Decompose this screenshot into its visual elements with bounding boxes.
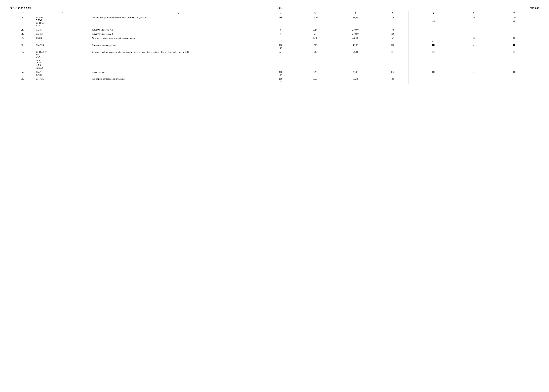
row-col7: 3I3 <box>377 50 408 70</box>
col-header-7: 7 <box>377 11 408 16</box>
row-col5: 5,80 <box>296 50 334 70</box>
header-center: - 43 - <box>277 7 283 10</box>
row-desc: Установка закладных деталей весом до 4 к… <box>91 36 265 43</box>
row-number: 35. <box>10 77 35 84</box>
row-unit: 100кг <box>265 43 296 50</box>
row-col10 <box>489 28 539 32</box>
equal-sign <box>410 71 457 73</box>
row-col6: 57,I0 <box>334 77 377 84</box>
equal-sign <box>490 51 538 53</box>
row-col6: 54,04 <box>334 50 377 70</box>
row-col10 <box>489 43 539 50</box>
row-code: СI47-25 <box>35 77 91 84</box>
col-header-2: 2 <box>35 11 91 16</box>
row-number: 32. <box>10 43 35 50</box>
row-col8: -I6 <box>408 36 458 43</box>
row-number: 33. <box>10 50 35 70</box>
main-table: · I 2 3 4 5 6 7 8 9 IO 28.Е5-5075.76-2СС… <box>10 11 539 84</box>
col-header-6: 6 <box>334 11 377 16</box>
equal-sign <box>410 28 457 31</box>
row-col5: I,II <box>296 32 334 36</box>
row-col6: 270,00 <box>334 28 377 32</box>
row-col8: -151 <box>408 16 458 28</box>
row-desc: Соединительные детали <box>91 43 265 50</box>
row-col6: 25,98 <box>334 70 377 77</box>
equal-sign <box>490 78 538 80</box>
row-code: СI24-I <box>35 28 91 32</box>
row-col8 <box>408 77 458 84</box>
row-number: 31. <box>10 36 35 43</box>
row-number: 28. <box>10 16 35 28</box>
row-col10 <box>489 32 539 36</box>
row-col5: 0,27 <box>296 28 334 32</box>
row-col10 <box>489 77 539 84</box>
row-col5: 22,20 <box>296 16 334 28</box>
row-col5: I7,I6 <box>296 43 334 50</box>
row-code: СI47-24 <box>35 43 91 50</box>
row-number: 29. <box>10 28 35 32</box>
col-header-8: 8 <box>408 11 458 16</box>
equal-sign <box>490 37 538 39</box>
col-header-9: 9 <box>458 11 489 16</box>
row-col7: 916 <box>377 16 408 28</box>
row-col8 <box>408 43 458 50</box>
row-unit: 100кг <box>265 77 296 84</box>
row-col6: 40,80 <box>334 43 377 50</box>
col-header-1: · I <box>10 11 35 16</box>
row-number: 34. <box>10 70 35 77</box>
row-desc: Стоимость сборных железобетонных опорных… <box>91 50 265 70</box>
row-desc: Анкерные болты соединительные <box>91 77 265 84</box>
row-col10 <box>489 70 539 77</box>
row-unit: м3 <box>265 50 296 70</box>
row-unit: т <box>265 32 296 36</box>
table-row: 31.Е6-83Установка закладных деталей весо… <box>10 36 539 43</box>
row-unit: т <box>265 36 296 43</box>
row-col7: 300 <box>377 32 408 36</box>
row-col8 <box>408 32 458 36</box>
row-unit: 100кг <box>265 70 296 77</box>
row-col9: - <box>458 50 489 70</box>
row-col9: - <box>458 28 489 32</box>
row-col5: 0,I3 <box>296 36 334 43</box>
row-code: СI24-3 <box>35 32 91 36</box>
header-right: 20733-03 <box>529 7 539 10</box>
row-col7: 700 <box>377 43 408 50</box>
row-desc: Арматура класса А-3 <box>91 32 265 36</box>
table-row: 29.СI24-IАрматура классаt А-Iт0,27270,00… <box>10 28 539 32</box>
row-col9: - <box>458 70 489 77</box>
table-row: 28.Е5-5075.76-2ССЦ т.ч.т.3.4Устройство ф… <box>10 16 539 28</box>
table-row: 34.СI47-IК=I,I6Арматура А-I100кг5,2825,9… <box>10 70 539 77</box>
row-col8 <box>408 50 458 70</box>
row-col9: 44 <box>458 16 489 28</box>
col-header-3: 3 <box>91 11 265 16</box>
equal-sign <box>410 44 457 46</box>
row-col8 <box>408 70 458 77</box>
row-col10 <box>489 50 539 70</box>
row-col6: 41,24 <box>334 16 377 28</box>
row-col8 <box>408 28 458 32</box>
equal-sign <box>410 78 457 80</box>
page-header: 902-I-103.85 АА.XI - 43 - 20733-03 <box>10 7 539 10</box>
row-col9: - <box>458 77 489 84</box>
row-col7: 73 <box>377 28 408 32</box>
row-col5: 0,50 <box>296 77 334 84</box>
row-col9: I6 <box>458 36 489 43</box>
row-col7: 29 <box>377 77 408 84</box>
equal-sign <box>490 33 538 35</box>
equal-sign <box>490 71 538 73</box>
col-header-4: 4 <box>265 11 296 16</box>
row-code: ССЦ п.9-97т.ч.т.3.3пр-нт06-08п.7.8прим.2 <box>35 50 91 70</box>
row-desc: Устройство формахты из бетона М-200, Мрз… <box>91 16 265 28</box>
row-col6: 44I,00 <box>334 36 377 43</box>
row-desc: Арматура А-I <box>91 70 265 77</box>
row-col6: 270,00 <box>334 32 377 36</box>
table-row: 33.ССЦ п.9-97т.ч.т.3.3пр-нт06-08п.7.8при… <box>10 50 539 70</box>
equal-sign <box>490 44 538 46</box>
table-row: 30.СI24-3Арматура класса А-3тI,II270,003… <box>10 32 539 36</box>
row-number: 30. <box>10 32 35 36</box>
row-col9: - <box>458 43 489 50</box>
row-code: СI47-IК=I,I6 <box>35 70 91 77</box>
row-col10 <box>489 36 539 43</box>
row-unit: т <box>265 28 296 32</box>
row-code: Е6-83 <box>35 36 91 43</box>
